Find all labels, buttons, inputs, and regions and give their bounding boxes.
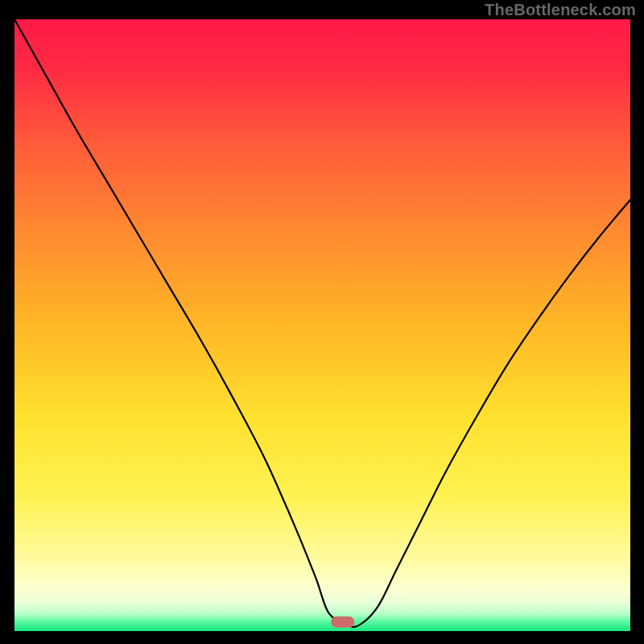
watermark-text: TheBottleneck.com xyxy=(485,1,636,19)
chart-frame: TheBottleneck.com xyxy=(0,0,644,644)
bottleneck-plot xyxy=(14,19,630,631)
gradient-background xyxy=(14,19,630,631)
optimal-marker xyxy=(331,617,354,628)
